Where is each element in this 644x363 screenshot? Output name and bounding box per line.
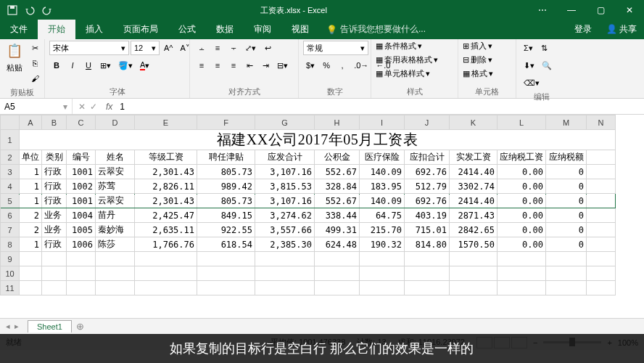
column-header[interactable]: A — [20, 115, 42, 130]
data-cell[interactable]: 1 — [20, 165, 42, 179]
row-header[interactable]: 5 — [1, 194, 20, 208]
empty-cell[interactable] — [42, 266, 67, 281]
data-cell[interactable]: 2414.40 — [450, 165, 498, 179]
spreadsheet-grid[interactable]: ABCDEFGHIJKLMN1福建XX公司2017年05月工资表2单位类别编号姓… — [0, 115, 644, 295]
table-header-cell[interactable]: 姓名 — [96, 150, 135, 165]
font-name-select[interactable]: 宋体▾ — [49, 41, 129, 55]
data-cell[interactable]: 2 — [20, 208, 42, 223]
indent-dec-icon[interactable]: ⇤ — [242, 58, 257, 73]
number-format-select[interactable]: 常规▾ — [303, 41, 368, 55]
row-header[interactable]: 9 — [1, 252, 20, 266]
data-cell[interactable]: 1001 — [67, 194, 96, 208]
empty-cell[interactable] — [498, 266, 546, 281]
tab-formulas[interactable]: 公式 — [168, 20, 206, 39]
data-cell[interactable]: 行政 — [42, 179, 67, 194]
empty-cell[interactable] — [96, 281, 135, 295]
data-cell[interactable]: 183.95 — [360, 179, 405, 194]
empty-cell[interactable] — [360, 252, 405, 266]
data-cell[interactable]: 0.00 — [498, 165, 546, 179]
data-cell[interactable]: 苗丹 — [96, 208, 135, 223]
data-cell[interactable]: 2,425.47 — [135, 208, 197, 223]
data-cell[interactable]: 1004 — [67, 208, 96, 223]
empty-cell[interactable] — [135, 281, 197, 295]
cut-icon[interactable]: ✂ — [28, 41, 42, 55]
data-cell[interactable]: 云翠安 — [96, 194, 135, 208]
empty-cell[interactable] — [498, 281, 546, 295]
data-cell[interactable]: 0 — [546, 179, 587, 194]
add-sheet-icon[interactable]: ⊕ — [76, 321, 84, 332]
data-cell[interactable]: 2414.40 — [450, 194, 498, 208]
row-header[interactable]: 2 — [1, 150, 20, 165]
sheet-prev-icon[interactable]: ◂ — [6, 322, 10, 331]
format-cells-button[interactable]: ▦ 格式▾ — [463, 68, 493, 79]
tab-view[interactable]: 视图 — [281, 20, 319, 39]
data-cell[interactable]: 1001 — [67, 165, 96, 179]
empty-cell[interactable] — [587, 281, 616, 295]
table-header-cell[interactable]: 公积金 — [315, 150, 360, 165]
align-right-icon[interactable]: ≡ — [226, 58, 241, 73]
column-header[interactable]: B — [42, 115, 67, 130]
align-top-icon[interactable]: ⫠ — [194, 41, 209, 55]
data-cell[interactable]: 552.67 — [315, 165, 360, 179]
minimize-icon[interactable]: — — [557, 0, 586, 20]
data-cell[interactable]: 140.09 — [360, 194, 405, 208]
data-cell[interactable]: 0 — [546, 208, 587, 223]
table-header-cell[interactable]: 医疗保险 — [360, 150, 405, 165]
data-cell[interactable]: 0 — [546, 223, 587, 237]
data-cell[interactable]: 215.70 — [360, 223, 405, 237]
data-cell[interactable]: 3,107.16 — [255, 165, 315, 179]
close-icon[interactable]: ✕ — [615, 0, 644, 20]
empty-cell[interactable] — [20, 266, 42, 281]
row-header[interactable]: 1 — [1, 130, 20, 150]
column-header[interactable]: D — [96, 115, 135, 130]
border-icon[interactable]: ⊞▾ — [97, 58, 114, 73]
font-size-select[interactable]: 12▾ — [131, 41, 160, 55]
data-cell[interactable]: 512.79 — [405, 179, 450, 194]
column-header[interactable]: N — [587, 115, 616, 130]
data-cell[interactable]: 3,815.53 — [255, 179, 315, 194]
empty-cell[interactable] — [546, 252, 587, 266]
data-cell[interactable]: 行政 — [42, 237, 67, 252]
empty-cell[interactable] — [96, 252, 135, 266]
empty-cell[interactable] — [498, 252, 546, 266]
fill-icon[interactable]: ⬇▾ — [521, 58, 537, 73]
empty-cell[interactable] — [135, 266, 197, 281]
empty-cell[interactable] — [135, 252, 197, 266]
maximize-icon[interactable]: ▢ — [586, 0, 615, 20]
empty-cell[interactable] — [450, 266, 498, 281]
data-cell[interactable]: 715.01 — [405, 223, 450, 237]
tab-home[interactable]: 开始 — [38, 20, 75, 39]
data-cell[interactable]: 0.00 — [498, 179, 546, 194]
column-header[interactable]: G — [255, 115, 315, 130]
copy-icon[interactable]: ⎘ — [28, 56, 42, 70]
row-header[interactable]: 4 — [1, 179, 20, 194]
empty-cell[interactable] — [405, 281, 450, 295]
select-all-corner[interactable] — [1, 115, 20, 130]
indent-inc-icon[interactable]: ⇥ — [258, 58, 273, 73]
comma-icon[interactable]: , — [335, 58, 350, 73]
clear-icon[interactable]: ⌫▾ — [521, 76, 542, 90]
data-cell[interactable]: 3302.74 — [450, 179, 498, 194]
sheet-tab[interactable]: Sheet1 — [28, 320, 72, 333]
column-header[interactable]: C — [67, 115, 96, 130]
tab-data[interactable]: 数据 — [206, 20, 244, 39]
data-cell[interactable]: 805.73 — [197, 165, 255, 179]
formula-input[interactable]: 1 — [115, 102, 644, 112]
italic-button[interactable]: I — [65, 58, 80, 73]
tab-layout[interactable]: 页面布局 — [113, 20, 168, 39]
empty-cell[interactable] — [255, 266, 315, 281]
data-cell[interactable]: 190.32 — [360, 237, 405, 252]
data-cell[interactable]: 692.76 — [405, 194, 450, 208]
tab-file[interactable]: 文件 — [0, 20, 38, 39]
empty-cell[interactable] — [587, 252, 616, 266]
undo-icon[interactable] — [22, 2, 38, 18]
underline-button[interactable]: U — [81, 58, 96, 73]
empty-cell[interactable] — [67, 281, 96, 295]
redo-icon[interactable] — [39, 2, 55, 18]
table-header-cell[interactable]: 单位 — [20, 150, 42, 165]
cancel-formula-icon[interactable]: ✕ — [78, 102, 86, 112]
data-cell[interactable]: 陈莎 — [96, 237, 135, 252]
table-header-cell[interactable]: 编号 — [67, 150, 96, 165]
empty-cell[interactable] — [315, 281, 360, 295]
data-cell[interactable]: 1 — [20, 194, 42, 208]
